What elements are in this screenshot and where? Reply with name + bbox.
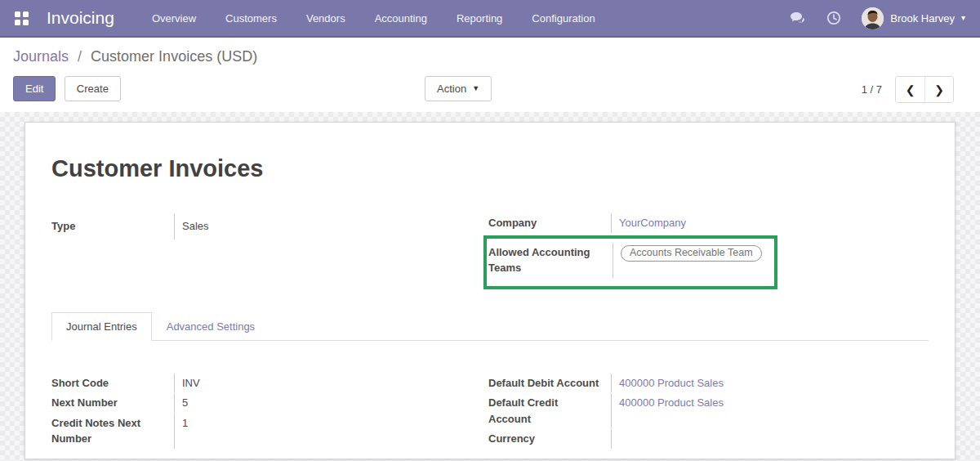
pager-previous-button[interactable]: ❮ (896, 77, 924, 102)
app-name[interactable]: Invoicing (47, 8, 114, 28)
bottom-field-groups: Short Code INV Next Number 5 Credit Note… (51, 374, 929, 450)
field-value-currency (611, 429, 929, 449)
default-credit-account-link[interactable]: 400000 Product Sales (619, 396, 724, 409)
nav-item-accounting[interactable]: Accounting (375, 12, 427, 25)
create-button[interactable]: Create (65, 76, 121, 101)
clock-icon[interactable] (826, 10, 842, 26)
field-label-next-number: Next Number (51, 393, 174, 413)
tab-advanced-settings[interactable]: Advanced Settings (152, 312, 270, 341)
top-right-group: Company YourCompany Allowed Accounting T… (488, 213, 929, 289)
bottom-right-group: Default Debit Account 400000 Product Sal… (488, 374, 929, 450)
accounting-team-tag[interactable]: Accounts Receivable Team (621, 245, 762, 262)
breadcrumb-journals-link[interactable]: Journals (13, 48, 69, 65)
form-view-background: Customer Invoices Type Sales Company You… (0, 112, 980, 461)
field-label-type: Type (51, 213, 174, 239)
pager-next-button[interactable]: ❯ (924, 77, 953, 102)
field-label-currency: Currency (488, 429, 611, 449)
breadcrumb: Journals / Customer Invoices (USD) (13, 48, 967, 65)
field-next-number: Next Number 5 (51, 393, 488, 413)
control-panel: Journals / Customer Invoices (USD) Edit … (0, 38, 980, 112)
navbar-right: Brook Harvey ▾ (790, 7, 965, 29)
field-value-short-code: INV (174, 374, 488, 393)
top-navbar: Invoicing Overview Customers Vendors Acc… (0, 0, 980, 38)
nav-item-vendors[interactable]: Vendors (306, 12, 345, 25)
field-label-company: Company (488, 213, 611, 233)
company-link[interactable]: YourCompany (619, 217, 686, 229)
nav-item-overview[interactable]: Overview (152, 12, 196, 25)
field-label-allowed-accounting-teams: Allowed Accounting Teams (488, 243, 612, 278)
highlight-annotation-box: Allowed Accounting Teams Accounts Receiv… (483, 235, 777, 289)
nav-item-customers[interactable]: Customers (225, 12, 277, 25)
default-debit-account-link[interactable]: 400000 Product Sales (619, 377, 724, 389)
field-label-short-code: Short Code (51, 374, 174, 393)
control-panel-buttons-row: Edit Create Action ▼ 1 / 7 ❮ ❯ (13, 76, 967, 103)
notebook-tabs: Journal Entries Advanced Settings (51, 312, 929, 341)
form-sheet: Customer Invoices Type Sales Company You… (24, 122, 956, 459)
field-currency: Currency (488, 429, 929, 449)
user-avatar (862, 7, 884, 29)
field-default-credit-account: Default Credit Account 400000 Product Sa… (488, 393, 929, 428)
bottom-left-group: Short Code INV Next Number 5 Credit Note… (51, 374, 488, 450)
top-left-group: Type Sales (51, 213, 488, 289)
caret-down-icon: ▼ (472, 85, 479, 92)
field-label-default-credit-account: Default Credit Account (488, 393, 611, 428)
caret-down-icon: ▾ (961, 14, 965, 22)
field-company: Company YourCompany (488, 213, 929, 233)
chat-bubbles-icon[interactable] (790, 10, 806, 26)
nav-item-configuration[interactable]: Configuration (532, 12, 595, 25)
action-button-label: Action (437, 83, 466, 95)
nav-item-reporting[interactable]: Reporting (457, 12, 502, 25)
field-value-company: YourCompany (611, 213, 929, 233)
field-default-debit-account: Default Debit Account 400000 Product Sal… (488, 374, 929, 393)
breadcrumb-separator: / (78, 48, 82, 65)
field-value-credit-notes-next-number: 1 (174, 414, 488, 449)
field-value-type: Sales (174, 213, 488, 239)
user-name: Brook Harvey (890, 12, 955, 25)
field-type: Type Sales (51, 213, 488, 239)
field-value-default-credit-account: 400000 Product Sales (611, 393, 929, 428)
field-allowed-accounting-teams: Allowed Accounting Teams Accounts Receiv… (488, 243, 774, 278)
pager-value: 1 / 7 (862, 83, 882, 96)
edit-button[interactable]: Edit (13, 76, 56, 101)
nav-menu: Overview Customers Vendors Accounting Re… (152, 12, 595, 25)
tab-journal-entries[interactable]: Journal Entries (51, 312, 152, 341)
field-label-credit-notes-next-number: Credit Notes Next Number (51, 414, 174, 449)
action-dropdown-button[interactable]: Action ▼ (425, 76, 492, 101)
chevron-right-icon: ❯ (934, 83, 944, 96)
record-title: Customer Invoices (51, 155, 929, 182)
pager: 1 / 7 ❮ ❯ (862, 76, 954, 103)
field-value-default-debit-account: 400000 Product Sales (611, 374, 929, 393)
field-credit-notes-next-number: Credit Notes Next Number 1 (51, 414, 488, 449)
pager-buttons: ❮ ❯ (895, 76, 954, 103)
chevron-left-icon: ❮ (906, 83, 915, 96)
field-value-allowed-accounting-teams: Accounts Receivable Team (612, 243, 774, 278)
user-menu[interactable]: Brook Harvey ▾ (862, 7, 965, 29)
top-field-groups: Type Sales Company YourCompany Allowed A… (51, 213, 929, 289)
field-label-default-debit-account: Default Debit Account (488, 374, 611, 393)
field-value-next-number: 5 (174, 393, 488, 413)
field-short-code: Short Code INV (51, 374, 488, 393)
breadcrumb-current: Customer Invoices (USD) (91, 48, 257, 65)
apps-grid-icon[interactable] (15, 11, 29, 25)
